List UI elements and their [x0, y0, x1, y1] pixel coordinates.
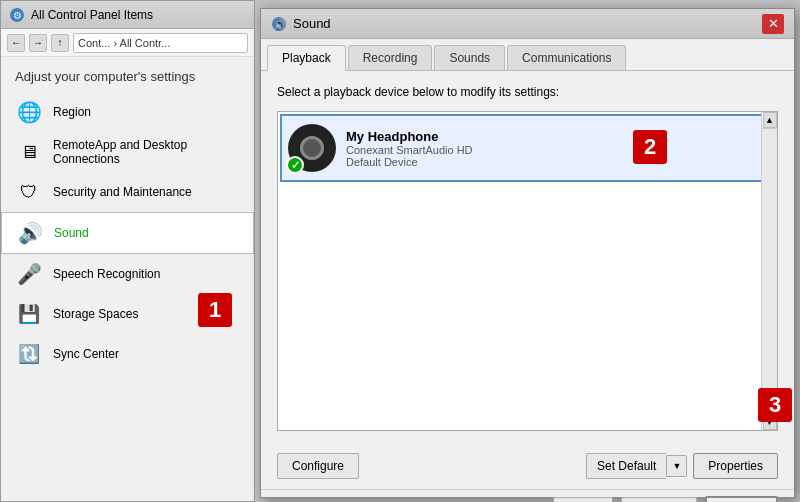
- apply-button[interactable]: Apply: [705, 496, 778, 502]
- tabs-row: Playback Recording Sounds Communications: [261, 39, 794, 71]
- label-number-1: 1: [198, 293, 232, 327]
- cp-item-label-sound: Sound: [54, 226, 89, 240]
- device-icon-wrapper: ✓: [288, 124, 336, 172]
- label-number-3: 3: [758, 388, 792, 422]
- cp-item-sync[interactable]: 🔃 Sync Center: [1, 334, 254, 374]
- remoteapp-icon: 🖥: [15, 138, 43, 166]
- set-default-button[interactable]: Set Default: [586, 453, 666, 479]
- security-icon: 🛡: [15, 178, 43, 206]
- cp-item-label-security: Security and Maintenance: [53, 185, 192, 199]
- set-default-dropdown[interactable]: ▼: [666, 455, 687, 477]
- configure-button[interactable]: Configure: [277, 453, 359, 479]
- dialog-footer: OK Cancel Apply: [261, 489, 794, 502]
- dialog-instruction: Select a playback device below to modify…: [277, 85, 778, 99]
- properties-button[interactable]: Properties: [693, 453, 778, 479]
- cp-item-label-sync: Sync Center: [53, 347, 119, 361]
- nav-forward[interactable]: →: [29, 34, 47, 52]
- cp-titlebar-icon: ⚙: [9, 7, 25, 23]
- dialog-close-button[interactable]: ✕: [762, 14, 784, 34]
- cp-item-label-storage: Storage Spaces: [53, 307, 138, 321]
- cp-titlebar: ⚙ All Control Panel Items: [1, 1, 254, 29]
- cp-item-security[interactable]: 🛡 Security and Maintenance: [1, 172, 254, 212]
- sound-dialog: 🔊 Sound ✕ Playback Recording Sounds Comm…: [260, 8, 795, 498]
- nav-up[interactable]: ↑: [51, 34, 69, 52]
- cp-nav: ← → ↑ Cont... › All Contr...: [1, 29, 254, 57]
- dialog-body: Select a playback device below to modify…: [261, 71, 794, 445]
- sound-icon: 🔊: [16, 219, 44, 247]
- cp-item-region[interactable]: 🌐 Region: [1, 92, 254, 132]
- cancel-button[interactable]: Cancel: [621, 497, 696, 502]
- dialog-title: Sound: [293, 16, 762, 31]
- set-default-group: Set Default ▼: [586, 453, 687, 479]
- cp-item-label-remoteapp: RemoteApp and Desktop Connections: [53, 138, 240, 166]
- cp-item-label-region: Region: [53, 105, 91, 119]
- speech-icon: 🎤: [15, 260, 43, 288]
- sync-icon: 🔃: [15, 340, 43, 368]
- region-icon: 🌐: [15, 98, 43, 126]
- cp-item-label-speech: Speech Recognition: [53, 267, 160, 281]
- default-badge: ✓: [286, 156, 304, 174]
- cp-title-text: All Control Panel Items: [31, 8, 153, 22]
- nav-back[interactable]: ←: [7, 34, 25, 52]
- device-item-headphone[interactable]: ✓ My Headphone Conexant SmartAudio HD De…: [280, 114, 775, 182]
- playback-area: ✓ My Headphone Conexant SmartAudio HD De…: [277, 111, 778, 431]
- tab-playback[interactable]: Playback: [267, 45, 346, 71]
- dialog-titlebar: 🔊 Sound ✕: [261, 9, 794, 39]
- tab-communications[interactable]: Communications: [507, 45, 626, 70]
- device-driver: Conexant SmartAudio HD: [346, 144, 767, 156]
- ok-button[interactable]: OK: [553, 497, 613, 502]
- svg-text:⚙: ⚙: [13, 10, 22, 21]
- cp-item-remoteapp[interactable]: 🖥 RemoteApp and Desktop Connections: [1, 132, 254, 172]
- device-status: Default Device: [346, 156, 767, 168]
- tab-recording[interactable]: Recording: [348, 45, 433, 70]
- control-panel-window: ⚙ All Control Panel Items ← → ↑ Cont... …: [0, 0, 255, 502]
- label-number-2: 2: [633, 130, 667, 164]
- scrollbar[interactable]: ▲ ▼: [761, 112, 777, 430]
- scroll-up-button[interactable]: ▲: [763, 112, 777, 128]
- storage-icon: 💾: [15, 300, 43, 328]
- device-info: My Headphone Conexant SmartAudio HD Defa…: [346, 129, 767, 168]
- scroll-track[interactable]: [762, 128, 777, 414]
- device-speaker-inner: [300, 136, 324, 160]
- bottom-buttons: Configure Set Default ▼ Properties: [261, 445, 794, 487]
- cp-list: 🌐 Region 🖥 RemoteApp and Desktop Connect…: [1, 92, 254, 374]
- dialog-titlebar-icon: 🔊: [271, 16, 287, 32]
- cp-item-speech[interactable]: 🎤 Speech Recognition: [1, 254, 254, 294]
- nav-path[interactable]: Cont... › All Contr...: [73, 33, 248, 53]
- cp-heading: Adjust your computer's settings: [1, 57, 254, 92]
- tab-sounds[interactable]: Sounds: [434, 45, 505, 70]
- device-name: My Headphone: [346, 129, 767, 144]
- cp-item-sound[interactable]: 🔊 Sound: [1, 212, 254, 254]
- svg-text:🔊: 🔊: [274, 17, 287, 31]
